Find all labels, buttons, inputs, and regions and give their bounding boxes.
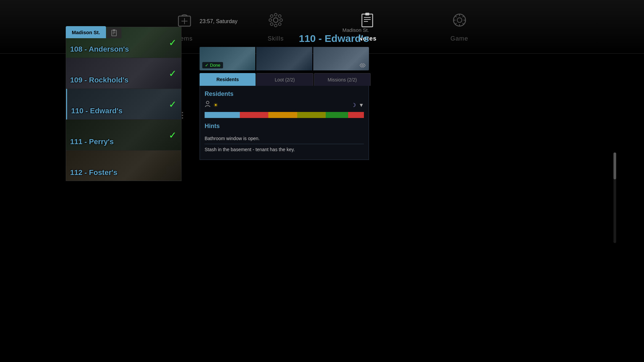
rockhold-name: 109 - Rockhold's [70, 76, 128, 84]
svg-rect-16 [365, 13, 369, 15]
detail-title: 110 - Edward's [200, 33, 369, 44]
svg-point-10 [278, 15, 281, 17]
done-check: ✓ [205, 63, 209, 68]
preview-img-2 [256, 47, 312, 70]
done-label: Done [210, 63, 220, 68]
hint-1: Stash in the basement - tenant has the k… [205, 144, 364, 155]
filter-icon: ▼ [359, 102, 364, 108]
tab-madison[interactable]: Madison St. [66, 26, 106, 38]
hints-title: Hints [205, 123, 364, 130]
perry-check: ✓ [169, 129, 176, 140]
location-rockhold[interactable]: 109 - Rockhold's ✓ [66, 58, 181, 89]
anderson-check: ✓ [169, 37, 176, 48]
panel-splitter[interactable] [181, 38, 184, 192]
svg-point-4 [274, 13, 277, 16]
location-list: 108 - Anderson's ✓ 109 - Rockhold's ✓ 11… [66, 27, 181, 181]
location-foster[interactable]: 112 - Foster's [66, 150, 181, 181]
bar-seg-4 [326, 112, 348, 118]
svg-line-24 [463, 23, 464, 24]
activity-bar [205, 112, 364, 118]
moon-icon: ☽ [351, 102, 356, 108]
foster-name: 112 - Foster's [70, 168, 117, 177]
svg-rect-31 [113, 29, 115, 31]
svg-point-32 [362, 65, 364, 66]
scrollbar-thumb [613, 153, 616, 179]
bar-seg-0 [205, 112, 240, 118]
svg-point-8 [270, 15, 273, 17]
detail-panel: 23:57, Saturday Madison St. 110 - Edward… [200, 18, 371, 160]
location-edward[interactable]: 110 - Edward's ✓ [66, 89, 181, 120]
time-display: 23:57, Saturday [200, 18, 371, 24]
svg-line-26 [455, 23, 457, 24]
edward-name: 110 - Edward's [71, 107, 122, 115]
perry-name: 111 - Perry's [70, 137, 114, 146]
nav-game[interactable]: Game [450, 11, 468, 42]
residents-row: ☀ ☽ ▼ [205, 101, 364, 109]
detail-header: Madison St. 110 - Edward's [200, 27, 371, 44]
hints-section: Hints Bathroom window is open. Stash in … [205, 123, 364, 155]
preview-strip: ✓ Done [200, 47, 369, 70]
svg-point-18 [457, 18, 462, 22]
detail-scrollbar[interactable] [613, 153, 616, 243]
svg-line-23 [455, 16, 457, 17]
tab-loot[interactable]: Loot (2/2) [256, 73, 313, 86]
tab-bar: Madison St. [66, 26, 121, 38]
residents-section-title: Residents [205, 90, 364, 98]
bar-seg-2 [268, 112, 297, 118]
svg-line-25 [463, 16, 464, 17]
anderson-name: 108 - Anderson's [70, 45, 129, 54]
tab-notes-icon[interactable] [107, 27, 121, 38]
game-icon [451, 11, 468, 33]
game-label: Game [450, 35, 468, 42]
tab-residents[interactable]: Residents [200, 73, 256, 86]
location-perry[interactable]: 111 - Perry's ✓ [66, 120, 181, 150]
detail-content: Residents ☀ ☽ ▼ Hints Ba [200, 86, 369, 160]
tab-missions[interactable]: Missions (2/2) [314, 73, 371, 86]
bar-seg-1 [240, 112, 269, 118]
svg-point-33 [206, 101, 209, 104]
bar-seg-5 [348, 112, 364, 118]
done-badge: ✓ Done [202, 62, 223, 68]
detail-tabs: Residents Loot (2/2) Missions (2/2) [200, 73, 371, 86]
preview-eye-icon [360, 63, 366, 68]
edward-check: ✓ [169, 99, 176, 110]
detail-street: Madison St. [200, 27, 369, 33]
bar-seg-3 [297, 112, 326, 118]
sun-icon: ☀ [213, 102, 218, 108]
person-icon [205, 101, 211, 109]
hint-0: Bathroom window is open. [205, 133, 364, 144]
rockhold-check: ✓ [169, 68, 176, 79]
